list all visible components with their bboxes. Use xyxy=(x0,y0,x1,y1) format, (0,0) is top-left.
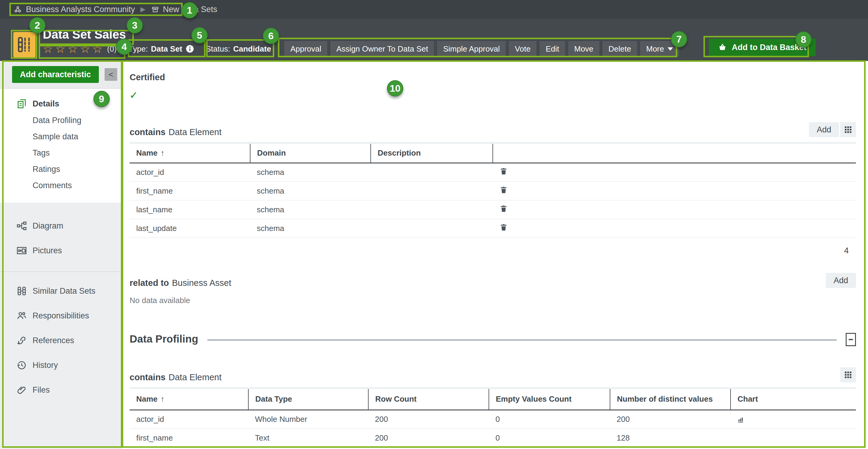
sidebar-item-label: References xyxy=(33,336,74,345)
row-count: 4 xyxy=(130,246,856,256)
table-view-button[interactable] xyxy=(840,122,856,137)
section-divider xyxy=(207,339,837,341)
table-row[interactable]: actor_id Whole Number 200 0 200 xyxy=(130,410,856,428)
info-icon[interactable] xyxy=(185,44,194,53)
edit-button[interactable]: Edit xyxy=(539,41,565,57)
sidebar-item-comments[interactable]: Comments xyxy=(0,177,122,193)
sidebar-item-references[interactable]: References xyxy=(0,328,122,353)
type-value: Data Set xyxy=(151,44,182,54)
sidebar-item-label: Pictures xyxy=(33,246,62,256)
sidebar-item-ratings[interactable]: Ratings xyxy=(0,161,122,177)
approval-button[interactable]: Approval xyxy=(284,41,327,57)
add-to-data-basket-button[interactable]: Add to Data Basket xyxy=(709,39,815,56)
column-header-name[interactable]: Name↑ xyxy=(130,143,250,163)
main-content: Certified ✓ containsData Element Add xyxy=(122,61,868,449)
column-header-data-type[interactable]: Data Type xyxy=(248,388,368,410)
sidebar-item-similar-data-sets[interactable]: Similar Data Sets xyxy=(0,279,122,303)
sidebar-item-pictures[interactable]: Pictures xyxy=(0,238,122,263)
sidebar-item-files[interactable]: Files xyxy=(0,378,122,402)
column-header-distinct-values[interactable]: Number of distinct values xyxy=(610,388,731,410)
sidebar-item-responsibilities[interactable]: Responsibilities xyxy=(0,303,122,328)
data-profiling-section-title: Data Profiling xyxy=(130,333,198,345)
breadcrumb-domain[interactable]: New Data Sets xyxy=(151,5,217,14)
delete-row-icon[interactable] xyxy=(499,167,508,176)
table-row[interactable]: last_name Text 200 0 121 xyxy=(130,447,856,449)
type-label: Type: xyxy=(129,44,148,54)
certified-check-icon: ✓ xyxy=(130,90,856,101)
no-data-message: No data available xyxy=(130,296,856,305)
page-title: Data Set Sales xyxy=(43,28,126,41)
asset-type: Type: Data Set xyxy=(129,44,194,54)
contains-data-element-heading: containsData Element xyxy=(130,127,221,137)
certified-heading: Certified xyxy=(130,72,856,82)
column-header-description[interactable]: Description xyxy=(371,143,493,163)
rating-stars[interactable]: ☆☆☆☆☆ xyxy=(43,43,104,55)
basket-label: Add to Data Basket xyxy=(732,43,807,52)
status-label: Status: xyxy=(206,44,230,54)
column-header-chart[interactable]: Chart xyxy=(731,388,856,410)
sidebar-item-label: Diagram xyxy=(33,221,63,231)
sidebar-item-sample-data[interactable]: Sample data xyxy=(0,128,122,145)
details-pages-icon xyxy=(16,98,28,109)
contains-data-element-table: Name↑ Domain Description actor_id schema xyxy=(130,142,856,238)
column-header-row-count[interactable]: Row Count xyxy=(368,388,489,410)
rating-count: (0) xyxy=(107,44,117,54)
column-header-domain[interactable]: Domain xyxy=(250,143,371,163)
asset-page: Business Analysts Community ▶ New Data S… xyxy=(0,0,868,449)
add-business-asset-button[interactable]: Add xyxy=(826,273,856,288)
table-view-button[interactable] xyxy=(840,367,856,382)
more-button[interactable]: More xyxy=(640,41,679,57)
delete-button[interactable]: Delete xyxy=(602,41,637,57)
sidebar-item-data-profiling[interactable]: Data Profiling xyxy=(0,112,122,128)
grid-icon xyxy=(844,126,852,133)
assign-owner-button[interactable]: Assign Owner To Data Set xyxy=(330,41,434,57)
add-characteristic-button[interactable]: Add characteristic xyxy=(12,66,99,83)
table-row[interactable]: last_update schema xyxy=(130,219,856,238)
delete-row-icon[interactable] xyxy=(499,186,508,194)
table-row[interactable]: last_name schema xyxy=(130,200,856,219)
files-icon xyxy=(16,385,28,395)
sidebar-item-label: Files xyxy=(33,385,50,395)
column-header-name[interactable]: Name↑ xyxy=(130,388,248,410)
breadcrumb-community-label: Business Analysts Community xyxy=(26,5,135,14)
table-row[interactable]: first_name Text 200 0 128 xyxy=(130,428,856,447)
delete-row-icon[interactable] xyxy=(499,205,508,213)
sidebar-item-diagram[interactable]: Diagram xyxy=(0,213,122,238)
table-row[interactable]: first_name schema xyxy=(130,182,856,200)
breadcrumb: Business Analysts Community ▶ New Data S… xyxy=(0,0,868,19)
breadcrumb-domain-label: New Data Sets xyxy=(163,5,217,14)
sidebar-item-tags[interactable]: Tags xyxy=(0,145,122,161)
move-button[interactable]: Move xyxy=(568,41,599,57)
responsibilities-icon xyxy=(16,310,28,321)
sidebar-item-label: Details xyxy=(33,99,59,109)
domain-icon xyxy=(151,5,159,13)
collapse-section-icon[interactable] xyxy=(846,333,856,346)
column-header-empty-values[interactable]: Empty Values Count xyxy=(489,388,610,410)
vote-button[interactable]: Vote xyxy=(509,41,536,57)
sidebar-collapse-button[interactable]: < xyxy=(104,68,117,81)
references-icon xyxy=(16,335,28,346)
sidebar: Add characteristic < Details Data Profil… xyxy=(0,61,122,449)
sort-asc-icon: ↑ xyxy=(161,394,164,403)
simple-approval-button[interactable]: Simple Approval xyxy=(437,41,506,57)
sidebar-item-history[interactable]: History xyxy=(0,353,122,378)
similar-data-sets-icon xyxy=(16,286,28,296)
chevron-down-icon xyxy=(668,47,673,51)
grid-icon xyxy=(844,371,852,379)
sidebar-item-label: History xyxy=(33,361,58,370)
add-data-element-button[interactable]: Add xyxy=(809,122,839,137)
more-label: More xyxy=(646,44,664,54)
sidebar-item-details[interactable]: Details xyxy=(0,95,122,112)
bar-chart-icon[interactable] xyxy=(737,415,856,423)
breadcrumb-community[interactable]: Business Analysts Community xyxy=(13,5,135,14)
profiling-contains-heading: containsData Element xyxy=(130,372,221,382)
history-icon xyxy=(16,360,28,370)
pictures-icon xyxy=(16,245,28,256)
breadcrumb-chevron-icon: ▶ xyxy=(141,5,146,13)
table-row[interactable]: actor_id schema xyxy=(130,163,856,182)
status-value: Candidate xyxy=(233,44,271,54)
delete-row-icon[interactable] xyxy=(499,223,508,232)
diagram-icon xyxy=(16,220,28,231)
column-header-actions xyxy=(493,143,856,163)
sidebar-item-label: Similar Data Sets xyxy=(33,287,96,296)
